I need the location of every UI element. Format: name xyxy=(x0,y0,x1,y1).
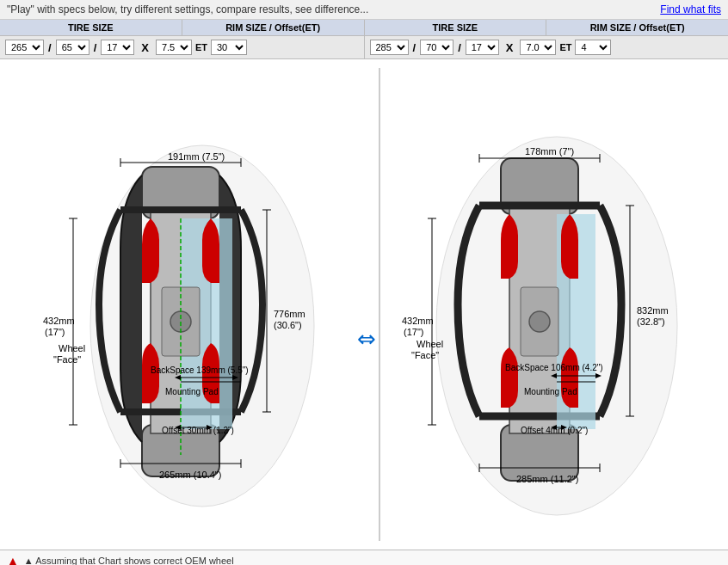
svg-text:Mounting Pad: Mounting Pad xyxy=(165,387,219,396)
left-tire-rim-select[interactable]: 17131415 16181920 xyxy=(101,40,134,55)
controls-row: 265205215225 235245255275 285295305 / 65… xyxy=(0,36,728,59)
find-what-fits-link[interactable]: Find what fits xyxy=(660,3,721,15)
right-sep-2: / xyxy=(458,41,461,54)
right-tire-select-group: 285205215225 235245255265 275295305 / 70… xyxy=(370,40,612,55)
left-controls: 265205215225 235245255275 285295305 / 65… xyxy=(0,36,365,58)
svg-text:"Face": "Face" xyxy=(411,350,439,360)
main-diagrams-area: 191mm (7.5") 776mm (30.6") 432mm (17") W… xyxy=(0,59,728,550)
right-header-section: TIRE SIZE RIM SIZE / Offset(ET) xyxy=(365,20,729,35)
svg-text:832mm: 832mm xyxy=(637,305,669,316)
instruction-bar: "Play" with specs below, try different s… xyxy=(0,0,728,20)
svg-text:776mm: 776mm xyxy=(274,309,305,319)
left-diagram-panel: 191mm (7.5") 776mm (30.6") 432mm (17") W… xyxy=(0,68,379,541)
left-et-select[interactable]: 30-50-40-30 -20-10010 204050 xyxy=(211,40,247,55)
right-et-select[interactable]: 4-50-40-30 -20-10010 20304050 xyxy=(575,40,611,55)
left-tire-width-select[interactable]: 265205215225 235245255275 285295305 xyxy=(5,40,44,55)
right-sep-1: / xyxy=(413,41,416,54)
svg-text:432mm: 432mm xyxy=(43,316,75,326)
svg-text:Wheel: Wheel xyxy=(59,343,85,353)
left-sep-1: / xyxy=(48,41,52,54)
left-header-section: TIRE SIZE RIM SIZE / Offset(ET) xyxy=(0,20,365,35)
right-tire-size-header: TIRE SIZE xyxy=(365,20,547,35)
left-tire-size-header: TIRE SIZE xyxy=(0,20,182,35)
svg-point-44 xyxy=(529,311,550,332)
left-sep-2: / xyxy=(94,41,97,54)
svg-text:285mm (11.2"): 285mm (11.2") xyxy=(516,474,578,484)
left-rim-width-select[interactable]: 7.55.05.56.0 6.57.08.08.5 9.0 xyxy=(156,40,192,55)
svg-text:Wheel: Wheel xyxy=(416,339,443,349)
left-x-sep: X xyxy=(141,41,149,54)
right-tire-width-select[interactable]: 285205215225 235245255265 275295305 xyxy=(370,40,409,55)
svg-text:BackSpace 139mm (5.5"): BackSpace 139mm (5.5") xyxy=(151,365,249,375)
svg-text:(17"): (17") xyxy=(45,327,65,337)
svg-text:191mm (7.5"): 191mm (7.5") xyxy=(168,151,225,162)
right-wheel-svg: 178mm (7") 832mm (32.8") 432mm (17") Whe… xyxy=(398,77,725,532)
svg-text:"Face": "Face" xyxy=(53,354,81,365)
svg-text:178mm (7"): 178mm (7") xyxy=(525,146,574,157)
right-diagram-panel: 178mm (7") 832mm (32.8") 432mm (17") Whe… xyxy=(379,68,728,541)
annotation-arrow-icon: ▲ xyxy=(7,554,19,565)
left-tire-select-group: 265205215225 235245255275 285295305 / 65… xyxy=(5,40,247,55)
svg-text:Mounting Pad: Mounting Pad xyxy=(524,387,577,396)
annotation-text: ▲ Assuming that Chart shows correct OEM … xyxy=(24,556,234,565)
right-tire-rim-select[interactable]: 17131415 16181920 xyxy=(466,40,499,55)
right-rim-width-select[interactable]: 7.05.05.56.0 6.57.58.08.5 9.0 xyxy=(520,40,556,55)
svg-text:265mm (10.4"): 265mm (10.4") xyxy=(159,470,221,480)
right-x-sep: X xyxy=(506,41,514,54)
instruction-text: "Play" with specs below, try different s… xyxy=(7,3,660,15)
header-labels-row: TIRE SIZE RIM SIZE / Offset(ET) TIRE SIZ… xyxy=(0,20,728,36)
annotation-bar: ▲ ▲ Assuming that Chart shows correct OE… xyxy=(0,550,728,565)
left-rim-size-header: RIM SIZE / Offset(ET) xyxy=(182,20,364,35)
right-rim-size-header: RIM SIZE / Offset(ET) xyxy=(546,20,728,35)
svg-text:BackSpace 106mm (4.2"): BackSpace 106mm (4.2") xyxy=(505,363,603,372)
right-tire-aspect-select[interactable]: 70253035 40455055 606575 xyxy=(420,40,453,55)
left-wheel-svg: 191mm (7.5") 776mm (30.6") 432mm (17") W… xyxy=(34,77,370,532)
right-et-label: ET xyxy=(559,42,571,52)
svg-text:(30.6"): (30.6") xyxy=(274,320,302,330)
left-tire-aspect-select[interactable]: 65253035 40455055 607075 xyxy=(56,40,89,55)
right-controls: 285205215225 235245255265 275295305 / 70… xyxy=(365,36,729,58)
svg-text:432mm: 432mm xyxy=(402,316,434,326)
left-et-label: ET xyxy=(195,42,207,52)
svg-text:(17"): (17") xyxy=(404,327,423,337)
swap-arrows-icon: ⇔ xyxy=(357,326,376,353)
svg-text:(32.8"): (32.8") xyxy=(637,316,665,327)
